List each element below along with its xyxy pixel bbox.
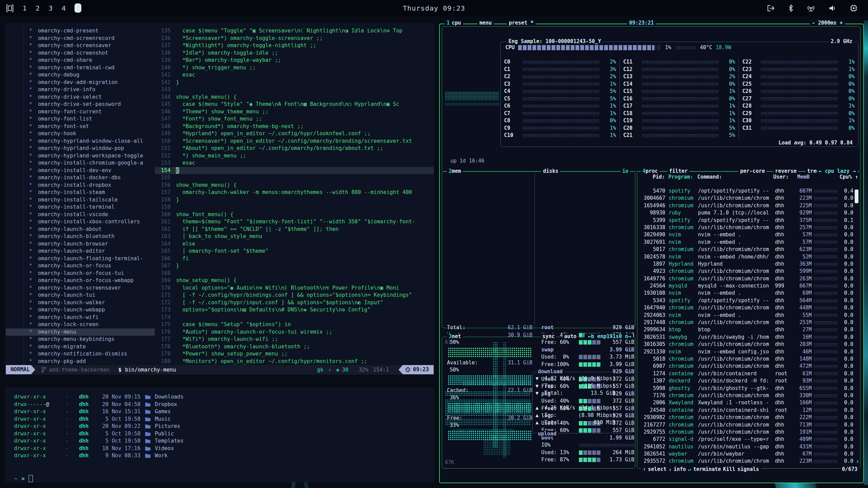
code-line[interactable]: case $(menu "Setup" "$options") in	[176, 321, 434, 329]
process-row[interactable]: 1649776chromium/usr/lib/chromium/chromdh…	[640, 275, 853, 282]
code-line[interactable]: show_style_menu() {	[176, 94, 434, 101]
process-row[interactable]: 2167277chromium/usr/lib/chromium/chromdh…	[640, 421, 853, 429]
tree-item[interactable]: *omarchy-launch-or-focus-tui	[6, 270, 155, 277]
logout-icon[interactable]	[767, 4, 775, 12]
tree-item[interactable]: *omarchy-cmd-terminal-cwd	[6, 64, 155, 72]
scroll-down-icon[interactable]: ↓	[856, 458, 859, 464]
tree-item[interactable]: *omarchy-cmd-screenrecord	[6, 35, 155, 42]
network-icon[interactable]	[806, 4, 815, 12]
tree-item[interactable]: *omarchy-menu-keybindings	[6, 336, 155, 343]
process-row[interactable]: 3027691nvimnvim --embed .dhh57M0.0	[640, 239, 853, 246]
code-line[interactable]: omarchy-launch-walker -m menus:omarchyth…	[176, 189, 434, 196]
tree-item[interactable]: *omarchy-install-dropbox	[6, 182, 155, 189]
tree-item[interactable]: *omarchy-debug	[6, 71, 155, 79]
code-line[interactable]	[176, 86, 434, 94]
process-row[interactable]: 3026541waybar/usr/bin/waybardhh67M0.0	[640, 450, 853, 458]
code-line[interactable]: theme=$(menu "Font" "$(omarchy-font-list…	[176, 218, 434, 226]
tab-mem[interactable]: 2mem	[447, 168, 463, 174]
code-line[interactable]: *Power*) show_setup_power_menu ;;	[176, 350, 434, 358]
code-line[interactable]: *Audio*) omarchy-launch-or-focus-tui wir…	[176, 329, 434, 336]
process-row[interactable]: 2941052nautilus/usr/bin/nautilus --gapdh…	[640, 443, 853, 450]
process-row[interactable]: 5017chromium/usr/lib/chromium/chromdhh62…	[640, 246, 853, 253]
process-row[interactable]: 5998ghostty/usr/bin/ghostty --gtk-dhh655…	[640, 385, 853, 392]
process-row[interactable]: 1654946chromium/usr/lib/chromium/chromdh…	[640, 202, 853, 209]
tree-item[interactable]: *omarchy-cmd-screenshot	[6, 50, 155, 57]
process-row[interactable]: 6772signal-d/proc/self/exe --type=rdhh40…	[640, 436, 853, 443]
tree-item[interactable]: *omarchy-launch-bluetooth	[6, 233, 155, 240]
code-line[interactable]: *Nightlight*) omarchy-toggle-nightlight …	[176, 42, 434, 50]
process-row[interactable]: 5470spotify/opt/spotify/spotify --dhh607…	[640, 187, 853, 195]
code-line[interactable]: *Idle*) omarchy-toggle-idle ;;	[176, 50, 434, 57]
code-line[interactable]: else	[176, 240, 434, 248]
code-line[interactable]: *) show_main_menu ;;	[176, 152, 434, 160]
process-row[interactable]: 5399spotify/opt/spotify/spotify --dhh375…	[640, 217, 853, 224]
tree-item[interactable]: *omarchy-hyprland-window-close-all	[6, 138, 155, 145]
code-line[interactable]: fi	[176, 255, 434, 263]
tree-item[interactable]: *omarchy-install-vscode	[6, 211, 155, 219]
process-row[interactable]: 2935572chromium/usr/lib/chromium/chromdh…	[640, 458, 853, 465]
code-line[interactable]: show_setup_menu() {	[176, 277, 434, 284]
tree-item[interactable]: *omarchy-font-set	[6, 123, 155, 130]
tree-item[interactable]: *omarchy-cmd-screensaver	[6, 42, 155, 50]
process-row[interactable]: 5018chromium/usr/lib/chromium/chromdhh14…	[640, 355, 853, 363]
tab-cpu[interactable]: 1cpu	[445, 20, 452, 26]
tree-item[interactable]: *omarchy-hyprland-workspace-toggle	[6, 152, 155, 160]
process-row[interactable]: 2929755chromium/usr/lib/chromium/chromdh…	[640, 429, 853, 436]
code-line[interactable]: if [[ "$theme" == "CNCLD" || -z "$theme"…	[176, 226, 434, 233]
code-line[interactable]	[176, 174, 434, 182]
btop-refresh-control[interactable]: - 2000ms +	[810, 20, 845, 26]
process-row[interactable]: 6907chromium/usr/lib/chromium/chromdhh47…	[640, 363, 853, 370]
proc-percore-button[interactable]: per-core	[738, 168, 767, 174]
code-line[interactable]: *Monitors*) open_in_editor ~/.config/hyp…	[176, 358, 434, 365]
cpu-chip-icon[interactable]	[850, 4, 858, 12]
tree-item[interactable]: *omarchy-launch-browser	[6, 240, 155, 248]
tree-item[interactable]: *omarchy-launch-screensaver	[6, 284, 155, 292]
tree-item[interactable]: *omarchy-hook	[6, 130, 155, 138]
tree-item[interactable]: *omarchy-font-list	[6, 115, 155, 123]
code-line[interactable]: show_font_menu() {	[176, 211, 434, 219]
code-line[interactable]	[176, 204, 434, 211]
tree-item[interactable]: *omarchy-drive-set-password	[6, 101, 155, 108]
process-row[interactable]: 24564mysqldmysqld --max-connection999667…	[640, 282, 853, 290]
proc-scrollbar[interactable]	[855, 190, 858, 203]
code-line[interactable]: │ back_to show_style_menu	[176, 233, 434, 240]
tree-item[interactable]: *omarchy-drive-select	[6, 94, 155, 101]
tab-net[interactable]: 3net	[447, 333, 463, 339]
tree-item[interactable]: *omarchy-install-dev-env	[6, 167, 155, 175]
code-line[interactable]: }	[176, 262, 434, 270]
code-line[interactable]: local options="◉ Audio\n≋ Wifi\nᛒ Blueto…	[176, 284, 434, 292]
process-row[interactable]: 3026531swaybg/usr/bin/swaybg -i /homdhh1…	[640, 334, 853, 341]
shell-prompt[interactable]: ~ >	[14, 475, 33, 482]
process-row[interactable]: 2924063nvimnvim --embed .dhh55M0.0	[640, 312, 853, 319]
volume-icon[interactable]	[828, 4, 837, 12]
process-row[interactable]: 2921330nvimnvim --embed config.jsodhh46M…	[640, 348, 853, 355]
code-line[interactable]	[176, 270, 434, 277]
tree-item[interactable]: *omarchy-launch-floating-terminal-	[6, 255, 155, 263]
process-row[interactable]: 1647940chromium/usr/lib/chromium/chromdh…	[640, 304, 853, 311]
tree-item[interactable]: *omarchy-install-xbox-controllers	[6, 218, 155, 226]
code-line[interactable]: *) show_trigger_menu ;;	[176, 64, 434, 72]
code-line[interactable]: *Wifi*) omarchy-launch-wifi ;;	[176, 336, 434, 343]
tree-item[interactable]: *omarchy-install-terminal	[6, 204, 155, 211]
tree-item[interactable]: *omarchy-cmd-present	[6, 27, 155, 35]
tree-item[interactable]: *omarchy-launch-or-focus-webapp	[6, 277, 155, 284]
tree-item[interactable]: *omarchy-font-current	[6, 108, 155, 116]
tree-item[interactable]: *omarchy-menu	[6, 329, 155, 336]
code-line[interactable]: }	[176, 79, 434, 86]
process-row[interactable]: 5343spotify/opt/spotify/spotify --dhh564…	[640, 297, 853, 304]
tree-item[interactable]: *omarchy-hyprland-window-pop	[6, 145, 155, 152]
code-line[interactable]: show_theme_menu() {	[176, 182, 434, 189]
code-line[interactable]: *Theme*) show_theme_menu ;;	[176, 108, 434, 116]
tab-proc[interactable]: 4proc	[641, 168, 660, 174]
process-row[interactable]: 2999634btopbtopdhh27M0.0	[640, 326, 853, 333]
disks-io-toggle[interactable]: io	[621, 168, 630, 174]
code-line[interactable]: options="$options\n▤ Defaults\n# DNS\n◈ …	[176, 306, 434, 314]
tree-item[interactable]: *omarchy-cmd-share	[6, 57, 155, 64]
disks-title[interactable]: disks	[541, 168, 560, 174]
process-row[interactable]: 4923chromium/usr/lib/chromium/chromdhh59…	[640, 268, 853, 275]
tree-item[interactable]: *omarchy-install-docker-dbs	[6, 174, 155, 182]
process-row[interactable]: 1274containe/usr/bin/containerdroot61M0.…	[640, 370, 853, 377]
tree-item[interactable]: *omarchy-dev-add-migration	[6, 79, 155, 86]
bluetooth-icon[interactable]	[788, 4, 794, 12]
tree-item[interactable]: *omarchy-launch-or-focus	[6, 262, 155, 270]
